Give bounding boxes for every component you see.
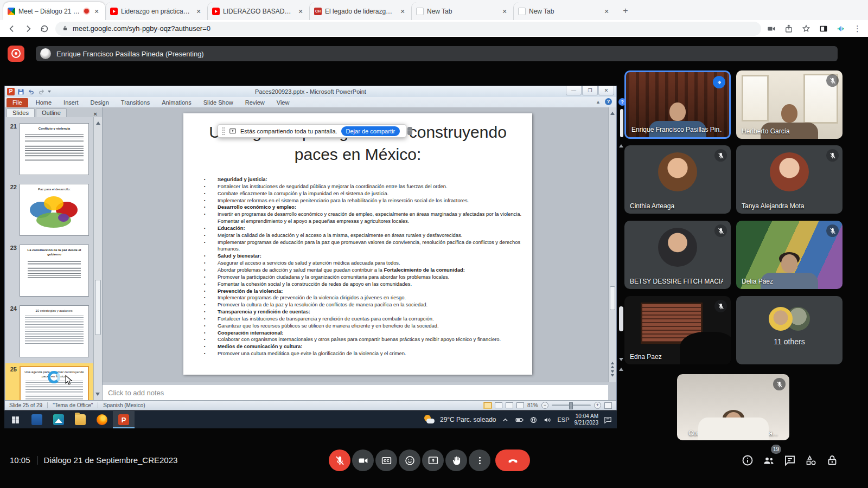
taskbar-app-powerpoint[interactable]: P <box>113 411 135 428</box>
powerpoint-titlebar[interactable]: Paces200923.pptx - Microsoft PowerPoint … <box>5 86 616 97</box>
tab-close-icon[interactable]: ✕ <box>602 7 611 16</box>
taskbar-app-mail[interactable] <box>26 411 48 428</box>
next-slide-icon[interactable] <box>611 374 614 378</box>
reading-view-icon[interactable] <box>506 402 513 408</box>
bookmark-star-icon[interactable] <box>801 24 811 34</box>
people-button[interactable] <box>762 454 775 467</box>
notes-pane[interactable]: Click to add notes <box>103 385 608 400</box>
scroll-down-icon[interactable] <box>95 393 100 398</box>
scroll-up-icon[interactable] <box>619 365 623 371</box>
participants-scrollbar-thumb[interactable] <box>619 306 623 331</box>
window-restore-button[interactable]: ❐ <box>582 86 598 95</box>
end-call-button[interactable] <box>495 450 530 471</box>
slide-thumbnail-21[interactable]: 21Conflicto y violencia <box>5 120 93 181</box>
activities-button[interactable] <box>805 454 818 467</box>
window-minimize-button[interactable]: — <box>566 86 582 95</box>
scrollbar-thumb[interactable] <box>95 280 101 335</box>
redo-icon[interactable] <box>37 88 46 96</box>
slide-25[interactable]: Una agenda para gobernar construyendo pa… <box>183 113 532 375</box>
panel-tab-slides[interactable]: Slides <box>7 108 35 117</box>
reactions-button[interactable] <box>399 450 420 471</box>
camera-button[interactable] <box>352 450 374 471</box>
stop-sharing-button[interactable]: Dejar de compartir <box>341 126 400 136</box>
taskbar-app-firefox[interactable] <box>91 411 113 428</box>
weather-icon[interactable] <box>423 414 435 425</box>
participant-tile[interactable]: BETSY DESSIRE FITCH MACIAS <box>624 221 731 289</box>
audio-wave-extension-icon[interactable] <box>836 24 846 34</box>
ribbon-collapse-icon[interactable]: ▲ <box>596 99 601 105</box>
taskbar-app-file-explorer[interactable] <box>69 411 91 428</box>
powerpoint-logo-icon[interactable]: P <box>7 88 15 95</box>
window-close-button[interactable]: ✕ <box>598 86 614 95</box>
save-icon[interactable] <box>17 88 25 96</box>
scrollbar-thumb[interactable] <box>610 286 615 310</box>
ribbon-tab-home[interactable]: Home <box>30 98 58 107</box>
slide-thumbnail-24[interactable]: 2410 estrategias y acciones: <box>5 303 93 363</box>
participant-tile[interactable]: Tanya Alejandra Mota <box>736 145 843 214</box>
scroll-up-icon[interactable] <box>610 110 615 115</box>
weather-text[interactable]: 29°C Parc. soleado <box>440 416 496 423</box>
back-icon[interactable] <box>7 23 17 34</box>
captions-button[interactable] <box>375 450 397 471</box>
browser-tab[interactable]: Meet – Diálogo 21 de Sept✕ <box>3 2 105 20</box>
slides-panel-scrollbar[interactable] <box>93 117 102 400</box>
browser-menu-icon[interactable]: ⋮ <box>853 24 861 34</box>
panel-close-icon[interactable]: ✕ <box>89 111 102 117</box>
raise-hand-button[interactable] <box>445 450 467 471</box>
tray-chevron-icon[interactable] <box>501 415 510 425</box>
tab-close-icon[interactable]: ✕ <box>296 7 305 16</box>
ribbon-tab-animations[interactable]: Animations <box>156 98 197 107</box>
tab-close-icon[interactable]: ✕ <box>398 7 407 16</box>
participant-tile[interactable]: Heriberto García <box>736 70 843 139</box>
present-button[interactable] <box>422 450 444 471</box>
info-button[interactable] <box>741 454 754 467</box>
browser-tab[interactable]: El legado de liderazgo que nos✕ <box>309 2 411 20</box>
ribbon-tab-review[interactable]: Review <box>239 98 271 107</box>
slideshow-view-icon[interactable] <box>516 402 524 408</box>
tab-close-icon[interactable]: ✕ <box>194 7 203 16</box>
forward-icon[interactable] <box>23 23 34 34</box>
self-view-tile[interactable]: Construcción de paz y media... <box>677 374 789 440</box>
zoom-slider-thumb[interactable] <box>569 402 573 409</box>
tab-close-icon[interactable]: ✕ <box>500 7 509 16</box>
start-button[interactable] <box>4 411 26 428</box>
browser-tab[interactable]: New Tab✕ <box>411 2 513 20</box>
fit-to-window-icon[interactable] <box>604 402 612 409</box>
recording-indicator-button[interactable] <box>8 46 24 62</box>
speaker-icon[interactable] <box>543 415 552 425</box>
zoom-in-button[interactable]: + <box>594 402 601 409</box>
slide-scrollbar[interactable] <box>608 107 616 382</box>
scroll-down-icon[interactable] <box>619 358 623 363</box>
share-icon[interactable] <box>784 24 794 34</box>
ribbon-tab-design[interactable]: Design <box>85 98 115 107</box>
address-bar[interactable]: meet.google.com/syh-pgby-oqz?authuser=0 <box>55 22 761 36</box>
ribbon-tab-slide-show[interactable]: Slide Show <box>197 98 239 107</box>
notification-center-icon[interactable] <box>603 415 612 425</box>
previous-slide-icon[interactable] <box>611 364 614 368</box>
participant-tile[interactable]: Delia Páez <box>736 221 843 289</box>
host-controls-button[interactable] <box>826 454 839 467</box>
slide-thumbnail-22[interactable]: 22Paz para el desarrollo: <box>5 181 93 242</box>
share-bar-minimize-button[interactable]: — <box>407 127 412 135</box>
taskbar-clock[interactable]: 10:04 AM 9/21/2023 <box>575 413 599 427</box>
browser-tab[interactable]: Liderazgo en práctica - Líder T✕ <box>105 2 207 20</box>
participant-tile[interactable]: Cinthia Arteaga <box>624 145 731 214</box>
tab-close-icon[interactable]: ✕ <box>92 7 101 16</box>
participant-tile[interactable]: Edna Paez <box>624 296 731 364</box>
language-indicator[interactable]: ESP <box>557 416 569 423</box>
chat-button[interactable] <box>783 454 796 467</box>
battery-icon[interactable] <box>515 415 524 425</box>
slide-sorter-view-icon[interactable] <box>495 402 502 408</box>
taskbar-app-photos[interactable] <box>48 411 69 428</box>
side-panel-icon[interactable] <box>819 24 828 34</box>
drag-handle-icon[interactable] <box>222 127 225 135</box>
normal-view-icon[interactable] <box>484 402 492 408</box>
ribbon-tab-file[interactable]: File <box>7 98 28 107</box>
slide-thumbnail-23[interactable]: 23La construcción de la paz desde el gob… <box>5 242 93 303</box>
reload-icon[interactable] <box>39 23 50 34</box>
browser-tab[interactable]: LIDERAZGO BASADO EN VALO✕ <box>207 2 309 20</box>
ribbon-tab-view[interactable]: View <box>271 98 296 107</box>
browser-tab[interactable]: New Tab✕ <box>513 2 615 20</box>
mic-button[interactable] <box>329 450 350 471</box>
camera-permission-icon[interactable] <box>767 24 776 34</box>
